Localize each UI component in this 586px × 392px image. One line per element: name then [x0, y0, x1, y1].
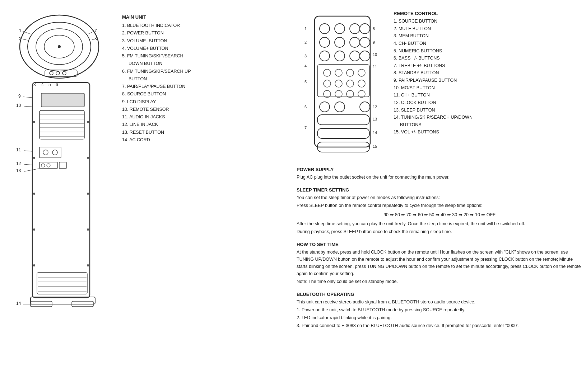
bluetooth-line-4: 3. Pair and connect to F-3088 on the BLU…	[297, 322, 582, 329]
remote-list-item: 11. CH+ BUTTON	[394, 91, 483, 99]
svg-point-62	[320, 51, 330, 61]
main-unit-list-item: 11. AUDIO IN JACKS	[122, 113, 215, 121]
main-unit-list-item: 10. REMOTE SENSOR	[122, 106, 215, 113]
remote-list-item: 2. MUTE BUTTON	[394, 25, 483, 33]
remote-list-item: 4. CH- BUTTON	[394, 40, 483, 47]
svg-point-25	[43, 150, 48, 155]
svg-point-30	[41, 164, 45, 167]
svg-text:10: 10	[373, 52, 377, 57]
how-to-set-time-block: HOW TO SET TIME At the standby mode, pre…	[297, 242, 582, 285]
main-unit-list: 1. BLUETOOTH INDICATOR2. POWER BUTTON3. …	[122, 22, 215, 144]
remote-diagram-section: 1 2 3 4 5 6 7 8 9 10 11 12 13	[297, 11, 390, 161]
how-to-set-time-text-2: Note: The time only could be set on stan…	[297, 278, 582, 285]
svg-line-32	[24, 164, 32, 165]
remote-list-item: 14. TUNING/SKIP/SEARCH UP/DOWN	[394, 114, 483, 121]
svg-line-33	[24, 169, 39, 171]
svg-text:14: 14	[373, 131, 377, 135]
svg-point-63	[335, 51, 345, 61]
main-unit-list-item: BUTTON	[122, 75, 215, 83]
sleep-timer-line-2: Press SLEEP button on the remote control…	[297, 202, 582, 209]
label-13: 13	[16, 168, 21, 173]
power-supply-title: POWER SUPPLY	[297, 167, 582, 172]
svg-text:12: 12	[373, 105, 377, 109]
label-14: 14	[16, 301, 21, 306]
label-11: 11	[16, 147, 21, 152]
main-unit-list-item: 8. SOURCE BUTTON	[122, 90, 215, 98]
svg-point-75	[324, 90, 331, 98]
svg-point-59	[335, 37, 345, 47]
svg-text:5: 5	[304, 80, 307, 84]
svg-line-22	[23, 97, 32, 98]
main-unit-list-item: 6. FM TUNING/SKIP/SEARCH UP	[122, 68, 215, 75]
svg-point-7	[56, 71, 60, 75]
main-unit-title: MAIN UNIT	[122, 14, 215, 20]
svg-text:9: 9	[373, 40, 375, 44]
svg-point-54	[320, 24, 330, 34]
remote-control-title: REMOTE CONTROL	[394, 11, 483, 16]
svg-text:11: 11	[373, 65, 377, 69]
remote-list-item: 9. PAIR/PLAY/PAUSE BUTTON	[394, 77, 483, 84]
svg-point-38	[33, 264, 35, 266]
bluetooth-operating-title: BLUETOOTH OPERATING	[297, 292, 582, 297]
main-unit-list-item: 1. BLUETOOTH INDICATOR	[122, 22, 215, 29]
svg-point-40	[87, 157, 89, 159]
svg-line-12	[91, 39, 94, 40]
svg-point-81	[360, 102, 370, 112]
speaker-diagram: 1 2 3 4 5 6 7 8	[13, 14, 113, 312]
svg-point-36	[33, 193, 35, 195]
svg-point-60	[350, 37, 360, 47]
remote-list-item: 13. SLEEP BUTTON	[394, 107, 483, 114]
label-8: 8	[94, 36, 97, 41]
svg-rect-82	[317, 115, 369, 125]
main-unit-list-item: 9. LCD DISPLAY	[122, 98, 215, 106]
svg-rect-29	[59, 162, 66, 169]
svg-point-8	[62, 71, 66, 75]
bluetooth-operating-block: BLUETOOTH OPERATING This unit can receiv…	[297, 292, 582, 329]
svg-point-69	[347, 69, 354, 76]
svg-text:6: 6	[304, 105, 307, 109]
remote-list-item: 6. BASS +/- BUTTONS	[394, 55, 483, 62]
svg-point-31	[47, 164, 50, 167]
remote-list-item: BUTTONS	[394, 121, 483, 129]
svg-point-80	[335, 102, 345, 112]
svg-point-73	[347, 80, 354, 87]
remote-diagram: 1 2 3 4 5 6 7 8 9 10 11 12 13	[304, 14, 383, 158]
bluetooth-line-2: 1. Power on the unit, switch to BLUETOOT…	[297, 306, 582, 313]
main-unit-list-item: 5. FM TUNING/SKIP/SEARCH	[122, 52, 215, 60]
svg-rect-53	[315, 16, 370, 147]
svg-text:1: 1	[304, 27, 307, 31]
bluetooth-line-3: 2. LED indicator rapid blinking while it…	[297, 314, 582, 321]
label-2: 2	[19, 36, 22, 41]
sleep-timer-after-1: After the sleep time setting, you can pl…	[297, 220, 582, 227]
svg-point-77	[347, 90, 354, 98]
svg-text:13: 13	[373, 117, 377, 121]
svg-point-35	[33, 157, 35, 159]
remote-list-item: 15. VOL +/- BUTTONS	[394, 128, 483, 136]
svg-rect-24	[39, 147, 61, 158]
main-unit-list-item: 4. VOLUME+ BUTTON	[122, 45, 215, 52]
remote-list-item: 8. STANDBY BUTTON	[394, 69, 483, 77]
svg-point-61	[360, 37, 370, 47]
sleep-timer-title: SLEEP TIMER SETTING	[297, 187, 582, 193]
sleep-timer-line-1: You can set the sleep timer at power on …	[297, 194, 582, 201]
svg-rect-44	[37, 273, 87, 294]
svg-point-76	[335, 90, 342, 98]
svg-point-68	[335, 69, 342, 76]
power-supply-block: POWER SUPPLY Plug AC plug into the outle…	[297, 167, 582, 181]
bluetooth-line-1: This unit can receive stereo audio signa…	[297, 298, 582, 306]
remote-control-list: 1. SOURCE BUTTON2. MUTE BUTTON3. MEM BUT…	[394, 18, 483, 136]
svg-rect-83	[317, 128, 369, 138]
svg-point-55	[335, 24, 345, 34]
svg-point-72	[335, 80, 342, 87]
instructions-section: POWER SUPPLY Plug AC plug into the outle…	[297, 167, 582, 336]
svg-text:15: 15	[373, 144, 377, 148]
svg-text:3: 3	[304, 54, 307, 58]
main-unit-section: MAIN UNIT 1. BLUETOOTH INDICATOR2. POWER…	[118, 11, 219, 381]
svg-line-27	[24, 151, 32, 151]
svg-text:4: 4	[304, 64, 307, 68]
svg-point-41	[87, 193, 89, 195]
svg-line-23	[24, 106, 32, 107]
label-10: 10	[16, 103, 21, 108]
label-7: 7	[94, 28, 97, 33]
label-1: 1	[19, 28, 22, 33]
